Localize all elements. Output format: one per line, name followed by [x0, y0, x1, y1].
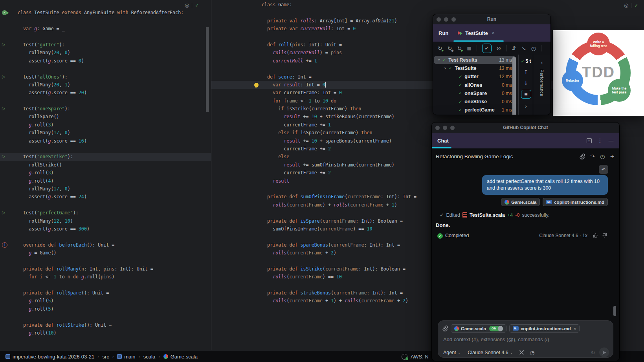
- code-line[interactable]: ▷ test("perfectGame"):: [0, 209, 211, 217]
- collapse-icon[interactable]: ‹: [541, 60, 543, 66]
- no-problems-check-icon[interactable]: ✓: [634, 3, 638, 8]
- intention-bulb-icon[interactable]: [254, 83, 259, 87]
- no-problems-check-icon[interactable]: ✓: [195, 3, 199, 8]
- history-icon[interactable]: ◷: [600, 153, 605, 159]
- code-line[interactable]: [0, 33, 211, 41]
- code-line[interactable]: ▷ test("gutter"):: [0, 41, 211, 49]
- breadcrumb-item[interactable]: main: [117, 354, 135, 360]
- rerun-tests-icon[interactable]: ↻▶: [438, 45, 442, 51]
- code-line[interactable]: ✓▶class TestSuite extends AnyFunSuite wi…: [0, 9, 211, 16]
- code-line[interactable]: ▷ test("oneSpare"):: [0, 105, 211, 113]
- reader-mode-icon[interactable]: ◎: [185, 2, 189, 8]
- scroll-to-source-icon[interactable]: ≡: [521, 90, 531, 99]
- scroll-down-icon[interactable]: ↓: [524, 80, 528, 86]
- test-tree-row[interactable]: ›✓Test Results13 ms: [434, 56, 515, 64]
- show-passed-icon[interactable]: ✓: [482, 44, 492, 53]
- code-line[interactable]: assert(g.score == 24): [0, 193, 211, 201]
- run-test-icon[interactable]: ▷: [2, 73, 5, 81]
- context-toggle[interactable]: ON: [489, 326, 503, 331]
- scroll-up-icon[interactable]: ↑: [524, 69, 528, 75]
- code-line[interactable]: for i <- 1 to n do g.roll(pins): [0, 273, 211, 281]
- breadcrumb-item[interactable]: imperative-bowling-kata-2026-03-21: [6, 354, 94, 360]
- run-class-icon[interactable]: ✓▶: [2, 10, 7, 15]
- code-line[interactable]: g.roll(3): [0, 121, 211, 129]
- code-line[interactable]: var g: Game = _: [0, 25, 211, 33]
- expand-icon[interactable]: ›: [525, 103, 527, 110]
- run-window-titlebar[interactable]: Run: [433, 14, 550, 24]
- new-chat-icon[interactable]: +: [610, 153, 615, 159]
- mode-selector[interactable]: Agent⌄: [443, 350, 461, 355]
- code-line[interactable]: rollSpare(): [0, 113, 211, 121]
- test-tree-scrollbar[interactable]: [512, 57, 516, 115]
- code-line[interactable]: [0, 17, 211, 25]
- chat-input-field[interactable]: Add context (#), extensions (@), command…: [443, 336, 549, 342]
- edited-file-link[interactable]: TestSuite.scala: [470, 212, 505, 218]
- code-line[interactable]: rollMany(20, 1): [0, 81, 211, 89]
- run-test-icon[interactable]: ▷: [2, 153, 5, 161]
- code-line[interactable]: [0, 257, 211, 265]
- code-line[interactable]: rollStrike(): [0, 161, 211, 169]
- code-line[interactable]: rollMany(17, 0): [0, 129, 211, 137]
- code-line[interactable]: assert(g.score == 0): [0, 57, 211, 65]
- override-method-icon[interactable]: ↑: [2, 242, 7, 248]
- stop-icon[interactable]: ■: [467, 46, 471, 51]
- rerun-failed-tests-icon[interactable]: ↻▶: [457, 45, 462, 51]
- tab-testsuite[interactable]: TestSuite ×: [458, 30, 495, 36]
- test-tree-row[interactable]: ✓gutter12 ms: [433, 73, 518, 81]
- test-tree-row[interactable]: ✓allOnes0 ms: [433, 81, 518, 89]
- chevron-down-icon[interactable]: ›: [437, 58, 442, 62]
- chat-input-box[interactable]: Game.scalaONM↓copilot-instructions.md× A…: [438, 320, 613, 358]
- retry-icon[interactable]: ↷: [590, 153, 595, 159]
- code-line[interactable]: g = Game(): [0, 249, 211, 257]
- code-line[interactable]: [0, 313, 211, 321]
- tab-performance[interactable]: Performance: [539, 69, 544, 96]
- code-line[interactable]: [0, 201, 211, 209]
- test-history-icon[interactable]: ◷: [531, 45, 536, 51]
- code-line[interactable]: rollMany(20, 0): [0, 49, 211, 57]
- chip-copilot-instructions[interactable]: M↓copilot-instructions.md×: [509, 324, 580, 333]
- open-in-editor-icon[interactable]: ↙: [587, 138, 592, 143]
- code-line[interactable]: g.roll(3): [0, 169, 211, 177]
- code-line[interactable]: [0, 65, 211, 73]
- code-line[interactable]: [0, 233, 211, 241]
- test-tree-row[interactable]: ✓perfectGame1 ms: [433, 106, 518, 114]
- code-line[interactable]: [0, 281, 211, 289]
- chat-window-titlebar[interactable]: GitHub Copilot Chat: [432, 122, 619, 133]
- chat-scrollbar[interactable]: [613, 306, 616, 316]
- code-line[interactable]: rollMany(17, 0): [0, 185, 211, 193]
- code-line[interactable]: private def rollSpare(): Unit =: [0, 289, 211, 297]
- code-line[interactable]: ↑ override def beforeEach(): Unit =: [0, 241, 211, 249]
- breadcrumb-item[interactable]: Game.scala: [163, 354, 198, 360]
- thumbs-up-icon[interactable]: [592, 232, 598, 238]
- attach-icon[interactable]: [579, 154, 585, 159]
- run-test-icon[interactable]: ▷: [2, 41, 5, 49]
- code-line[interactable]: g.roll(10): [0, 329, 211, 337]
- code-line[interactable]: ▷ test("oneStrike"):: [0, 153, 211, 161]
- rerun-icon[interactable]: ↻●: [448, 45, 452, 51]
- code-line[interactable]: [0, 1, 211, 9]
- remove-chip-icon[interactable]: ×: [574, 326, 576, 331]
- test-tree-row[interactable]: ✓oneSpare0 ms: [433, 89, 518, 97]
- usage-icon[interactable]: ◔: [530, 349, 534, 356]
- run-test-icon[interactable]: ▷: [2, 209, 5, 217]
- left-editor-scrollbar[interactable]: [206, 27, 209, 112]
- code-line[interactable]: [211, 9, 644, 16]
- code-line[interactable]: assert(g.score == 300): [0, 225, 211, 233]
- breadcrumb-item[interactable]: src: [103, 354, 109, 360]
- code-line[interactable]: private def rollMany(n: Int, pins: Int):…: [0, 265, 211, 273]
- code-line[interactable]: private def rollStrike(): Unit =: [0, 321, 211, 329]
- show-ignored-icon[interactable]: ⊘: [497, 45, 501, 51]
- model-selector[interactable]: Claude Sonnet 4.6⌄: [468, 350, 513, 355]
- testsuite-editor-pane[interactable]: ✓▶class TestSuite extends AnyFunSuite wi…: [0, 1, 211, 337]
- aws-status-label[interactable]: AWS: N: [411, 354, 429, 360]
- undo-edit-button[interactable]: ↶: [599, 165, 608, 174]
- code-line[interactable]: rollMany(12, 10): [0, 217, 211, 225]
- run-test-icon[interactable]: ▷: [2, 105, 5, 113]
- vcs-status-icon[interactable]: [402, 354, 407, 360]
- chip-game-scala[interactable]: Game.scalaON: [451, 324, 506, 333]
- code-line[interactable]: g.roll(5): [0, 297, 211, 305]
- sort-by-duration-icon[interactable]: ⇵: [512, 45, 516, 51]
- send-button[interactable]: [599, 347, 609, 357]
- code-line[interactable]: [0, 145, 211, 153]
- minimize-icon[interactable]: —: [608, 137, 614, 144]
